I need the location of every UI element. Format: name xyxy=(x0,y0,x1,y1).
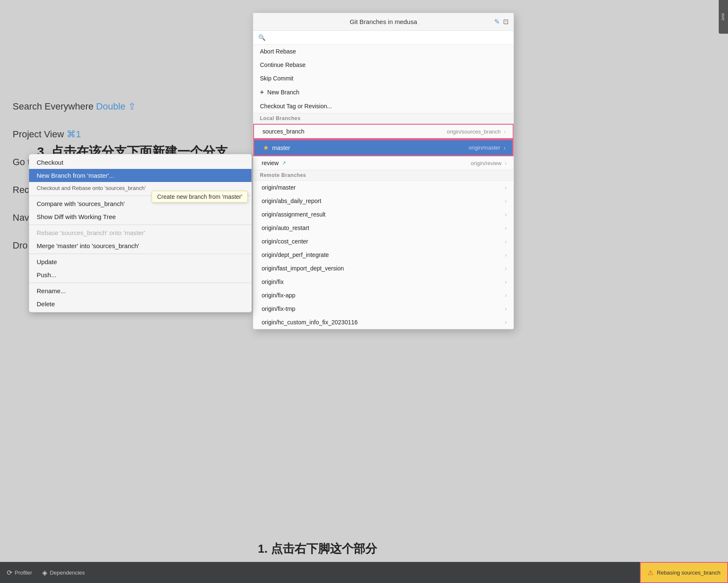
context-menu-rebase: Rebase 'sources_branch' onto 'master' xyxy=(29,226,252,239)
checkout-tag-label: Checkout Tag or Revision... xyxy=(260,103,332,110)
status-text: Rebasing sources_branch xyxy=(657,570,720,576)
master-chevron: › xyxy=(503,144,506,151)
profiler-icon: ⟳ xyxy=(7,569,12,577)
git-list: Abort Rebase Continue Rebase Skip Commit… xyxy=(253,45,514,329)
review-branch-name: review xyxy=(262,160,278,166)
edit-icon[interactable]: ✎ xyxy=(494,18,500,26)
branch-master[interactable]: ★ master origin/master › xyxy=(253,139,514,156)
action-skip-commit[interactable]: Skip Commit xyxy=(253,72,514,85)
continue-rebase-label: Continue Rebase xyxy=(260,62,305,68)
context-menu-merge[interactable]: Merge 'master' into 'sources_branch' xyxy=(29,239,252,252)
branch-review[interactable]: review ↗ origin/review › xyxy=(253,156,514,170)
remote-hc-name: origin/hc_custom_info_fix_20230116 xyxy=(262,319,358,326)
remote-origin-fix[interactable]: origin/fix › xyxy=(253,275,514,289)
master-remote-name: origin/master xyxy=(468,144,500,151)
dependencies-button[interactable]: ◈ Dependencies xyxy=(42,569,85,577)
context-menu-new-branch-from[interactable]: New Branch from 'master'... xyxy=(29,169,252,182)
sources-branch-right: origin/sources_branch › xyxy=(447,128,506,135)
remote-origin-abs[interactable]: origin/abs_daily_report › xyxy=(253,194,514,208)
right-edge-tab[interactable]: ave xyxy=(719,0,728,34)
context-menu-delete[interactable]: Delete xyxy=(29,297,252,310)
context-menu-checkout[interactable]: Checkout xyxy=(29,156,252,169)
action-abort-rebase[interactable]: Abort Rebase xyxy=(253,45,514,58)
context-menu-rename[interactable]: Rename... xyxy=(29,284,252,297)
expand-icon[interactable]: ⊡ xyxy=(503,18,509,26)
sources-remote-name: origin/sources_branch xyxy=(447,128,500,135)
remote-fix-tmp-chevron: › xyxy=(505,305,507,312)
sources-branch-name: sources_branch xyxy=(262,128,305,135)
branch-sources-left: sources_branch xyxy=(262,128,305,135)
remote-dept-name: origin/dept_perf_integrate xyxy=(262,251,329,258)
review-remote-name: origin/review xyxy=(471,160,501,166)
remote-hc-chevron: › xyxy=(505,319,507,326)
review-branch-right: origin/review › xyxy=(471,160,507,166)
tooltip-text: Create new branch from 'master' xyxy=(157,193,242,200)
remote-fix-chevron: › xyxy=(505,278,507,285)
status-bar-right[interactable]: ⚠ Rebasing sources_branch xyxy=(640,562,728,583)
git-panel-icons: ✎ ⊡ xyxy=(494,18,509,26)
context-menu-push[interactable]: Push... xyxy=(29,268,252,281)
remote-origin-cost[interactable]: origin/cost_center › xyxy=(253,235,514,248)
separator-3 xyxy=(29,254,252,254)
git-panel-title: Git Branches in medusa xyxy=(350,18,417,25)
remote-origin-fix-app[interactable]: origin/fix-app › xyxy=(253,289,514,302)
sources-chevron: › xyxy=(504,128,506,135)
branch-sources-branch[interactable]: sources_branch origin/sources_branch › xyxy=(253,124,514,139)
remote-fix-name: origin/fix xyxy=(262,278,284,285)
remote-origin-fast[interactable]: origin/fast_import_dept_version › xyxy=(253,262,514,275)
review-chevron: › xyxy=(505,160,507,166)
skip-commit-label: Skip Commit xyxy=(260,75,293,82)
remote-abs-chevron: › xyxy=(505,198,507,204)
master-branch-right: origin/master › xyxy=(468,144,506,151)
remote-fast-name: origin/fast_import_dept_version xyxy=(262,265,344,272)
remote-origin-master[interactable]: origin/master › xyxy=(253,181,514,194)
remote-assignment-name: origin/assignment_result xyxy=(262,211,326,218)
bottom-bar: ⟳ Profiler ◈ Dependencies xyxy=(0,562,728,583)
remote-branches-header: Remote Branches xyxy=(253,170,514,181)
local-branches-header: Local Branches xyxy=(253,113,514,124)
remote-abs-name: origin/abs_daily_report xyxy=(262,198,321,204)
context-menu-update[interactable]: Update xyxy=(29,255,252,268)
action-continue-rebase[interactable]: Continue Rebase xyxy=(253,58,514,72)
shortcut-search-everywhere: Search Everywhere Double ⇧ xyxy=(13,101,232,112)
separator-2 xyxy=(29,225,252,225)
review-arrow-icon: ↗ xyxy=(282,160,286,166)
remote-master-chevron: › xyxy=(505,184,507,191)
warning-icon: ⚠ xyxy=(648,569,653,577)
git-panel-header: Git Branches in medusa ✎ ⊡ xyxy=(253,13,514,31)
search-input[interactable] xyxy=(269,34,509,41)
annotation-1: 1. 点击右下脚这个部分 xyxy=(258,541,377,557)
remote-origin-master-name: origin/master xyxy=(262,184,296,191)
remote-auto-chevron: › xyxy=(505,225,507,231)
remote-origin-fix-tmp[interactable]: origin/fix-tmp › xyxy=(253,302,514,316)
star-icon: ★ xyxy=(263,144,269,152)
master-branch-name: master xyxy=(272,144,290,151)
remote-fix-tmp-name: origin/fix-tmp xyxy=(262,305,295,312)
abort-rebase-label: Abort Rebase xyxy=(260,48,296,55)
branch-review-left: review ↗ xyxy=(262,160,286,166)
remote-origin-assignment[interactable]: origin/assignment_result › xyxy=(253,208,514,221)
remote-fix-app-name: origin/fix-app xyxy=(262,292,295,299)
shortcut-project-view: Project View ⌘1 xyxy=(13,129,232,140)
branch-master-left: ★ master xyxy=(263,144,290,152)
remote-cost-chevron: › xyxy=(505,238,507,245)
remote-origin-hc[interactable]: origin/hc_custom_info_fix_20230116 › xyxy=(253,316,514,329)
remote-fast-chevron: › xyxy=(505,265,507,272)
profiler-label: Profiler xyxy=(15,570,32,576)
context-menu: Checkout New Branch from 'master'... Che… xyxy=(29,154,252,313)
remote-assignment-chevron: › xyxy=(505,211,507,218)
remote-cost-name: origin/cost_center xyxy=(262,238,308,245)
remote-dept-chevron: › xyxy=(505,251,507,258)
remote-fix-app-chevron: › xyxy=(505,292,507,299)
remote-origin-auto[interactable]: origin/auto_restart › xyxy=(253,221,514,235)
action-new-branch[interactable]: + New Branch xyxy=(253,85,514,99)
new-branch-label: New Branch xyxy=(267,89,299,96)
action-checkout-tag[interactable]: Checkout Tag or Revision... xyxy=(253,99,514,113)
remote-origin-dept[interactable]: origin/dept_perf_integrate › xyxy=(253,248,514,262)
git-search-bar[interactable]: 🔍 xyxy=(253,31,514,45)
context-menu-show-diff[interactable]: Show Diff with Working Tree xyxy=(29,210,252,223)
dependencies-label: Dependencies xyxy=(50,570,85,576)
profiler-button[interactable]: ⟳ Profiler xyxy=(7,569,32,577)
remote-auto-name: origin/auto_restart xyxy=(262,225,309,231)
dependencies-icon: ◈ xyxy=(42,569,47,577)
